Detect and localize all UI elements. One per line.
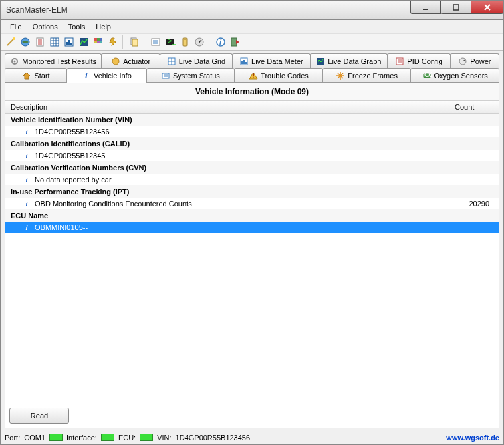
tree-item-selected[interactable]: i OBMMINI0105-- xyxy=(5,222,499,233)
svg-text:O2: O2 xyxy=(424,71,432,78)
status-interface-label: Interface: xyxy=(66,434,97,442)
menu-bar: File Options Tools Help xyxy=(1,20,503,33)
meter-icon[interactable] xyxy=(63,35,76,49)
svg-rect-29 xyxy=(132,39,138,46)
status-ecu-label: ECU: xyxy=(118,434,136,442)
group-ipt[interactable]: In-use Performance Tracking (IPT) xyxy=(5,186,499,198)
svg-rect-19 xyxy=(70,43,72,45)
power-icon[interactable] xyxy=(106,35,120,49)
tab-live-data-graph[interactable]: Live Data Graph xyxy=(310,53,388,68)
tab-monitored-test-results[interactable]: Monitored Test Results xyxy=(5,53,102,68)
tab-oxygen-sensors[interactable]: O2 Oxygen Sensors xyxy=(410,68,499,82)
svg-rect-1 xyxy=(453,5,459,10)
tree-item[interactable]: i No data reported by car xyxy=(5,174,499,186)
tree-item[interactable]: i 1D4GP00R55B12345 xyxy=(5,150,499,162)
tab-label: Monitored Test Results xyxy=(22,57,96,65)
copy-icon[interactable] xyxy=(128,35,141,49)
graph-icon[interactable] xyxy=(77,35,90,49)
svg-rect-11 xyxy=(51,38,59,46)
group-vin[interactable]: Vehicle Identification Number (VIN) xyxy=(5,114,499,126)
group-ecu-name[interactable]: ECU Name xyxy=(5,210,499,222)
gauge-icon[interactable] xyxy=(193,35,206,49)
item-text: 1D4GP00R55B12345 xyxy=(35,152,453,160)
device-icon[interactable] xyxy=(178,35,191,49)
menu-help[interactable]: Help xyxy=(90,21,116,32)
tab-live-data-meter[interactable]: Live Data Meter xyxy=(232,53,310,68)
svg-point-46 xyxy=(14,60,16,62)
tree-item[interactable]: i OBD Monitoring Conditions Encountered … xyxy=(5,198,499,210)
status-vin-value: 1D4GP00R55B123456 xyxy=(176,434,251,442)
svg-rect-23 xyxy=(100,38,102,41)
menu-file[interactable]: File xyxy=(5,21,27,32)
tab-start[interactable]: Start xyxy=(5,68,67,82)
tab-vehicle-info[interactable]: i Vehicle Info xyxy=(66,68,146,82)
wand-icon[interactable] xyxy=(4,35,17,49)
actuator-icon xyxy=(111,57,120,66)
group-calid[interactable]: Calibration Identifications (CALID) xyxy=(5,138,499,150)
svg-rect-22 xyxy=(97,38,100,41)
info-icon: i xyxy=(23,152,31,160)
tab-trouble-codes[interactable]: ! Trouble Codes xyxy=(234,68,323,82)
menu-tools[interactable]: Tools xyxy=(63,21,91,32)
list-icon[interactable] xyxy=(149,35,162,49)
svg-marker-27 xyxy=(110,38,116,46)
item-text: 1D4GP00R55B123456 xyxy=(35,128,453,136)
svg-marker-62 xyxy=(23,73,30,79)
svg-marker-44 xyxy=(236,40,239,44)
item-text: No data reported by car xyxy=(35,176,453,184)
gear-icon xyxy=(10,57,19,66)
close-button[interactable] xyxy=(471,1,503,14)
info-icon[interactable]: i xyxy=(214,35,227,49)
status-port-value: COM1 xyxy=(24,434,45,442)
globe-icon[interactable] xyxy=(19,35,32,49)
status-icon xyxy=(161,71,170,80)
info-icon: i xyxy=(23,223,31,231)
tree-item[interactable]: i 1D4GP00R55B123456 xyxy=(5,126,499,138)
window-title: ScanMaster-ELM xyxy=(6,5,68,15)
read-button-label: Read xyxy=(31,412,48,420)
document-icon[interactable] xyxy=(33,35,47,49)
exit-icon[interactable] xyxy=(229,35,242,49)
svg-rect-53 xyxy=(243,60,245,64)
read-button[interactable]: Read xyxy=(9,408,69,424)
title-bar: ScanMaster-ELM xyxy=(0,0,504,20)
grid-icon[interactable] xyxy=(48,35,61,49)
tab-freeze-frames[interactable]: Freeze Frames xyxy=(322,68,412,82)
tab-actuator[interactable]: Actuator xyxy=(101,53,160,68)
tab-pid-config[interactable]: PID Config xyxy=(387,53,451,68)
status-vin-label: VIN: xyxy=(157,434,171,442)
terminal-icon[interactable]: >_ xyxy=(164,35,177,49)
tab-power[interactable]: Power xyxy=(450,53,499,68)
col-description[interactable]: Description xyxy=(5,101,452,113)
config-icon xyxy=(395,57,404,66)
item-count: 20290 xyxy=(453,200,493,208)
tab-live-data-grid[interactable]: Live Data Grid xyxy=(160,53,233,68)
tab-label: Live Data Graph xyxy=(328,57,381,65)
tab-label: Actuator xyxy=(123,57,150,65)
group-cvn[interactable]: Calibration Verification Numbers (CVN) xyxy=(5,162,499,174)
col-count[interactable]: Count xyxy=(452,101,499,113)
tab-row-2: Start i Vehicle Info System Status ! Tro… xyxy=(5,68,499,82)
svg-rect-43 xyxy=(231,38,237,46)
column-headers: Description Count xyxy=(5,100,499,114)
maximize-button[interactable] xyxy=(441,1,471,14)
svg-rect-52 xyxy=(241,61,243,64)
tab-system-status[interactable]: System Status xyxy=(146,68,235,82)
info-icon: i xyxy=(23,200,31,208)
tab-label: Trouble Codes xyxy=(261,72,309,80)
tab-label: Live Data Meter xyxy=(251,57,303,65)
snowflake-icon xyxy=(336,71,345,80)
info-tree[interactable]: Vehicle Identification Number (VIN) i 1D… xyxy=(5,114,499,404)
svg-rect-18 xyxy=(68,40,70,45)
svg-rect-21 xyxy=(94,38,97,41)
svg-rect-24 xyxy=(94,41,97,43)
tab-row-1: Monitored Test Results Actuator Live Dat… xyxy=(5,53,499,68)
item-text: OBD Monitoring Conditions Encountered Co… xyxy=(35,200,453,208)
minimize-button[interactable] xyxy=(410,1,441,14)
website-link[interactable]: www.wgsoft.de xyxy=(446,434,499,442)
menu-options[interactable]: Options xyxy=(27,21,63,32)
svg-rect-26 xyxy=(100,41,102,43)
svg-line-4 xyxy=(7,39,13,45)
color-grid-icon[interactable] xyxy=(92,35,105,49)
window-controls xyxy=(410,1,503,14)
